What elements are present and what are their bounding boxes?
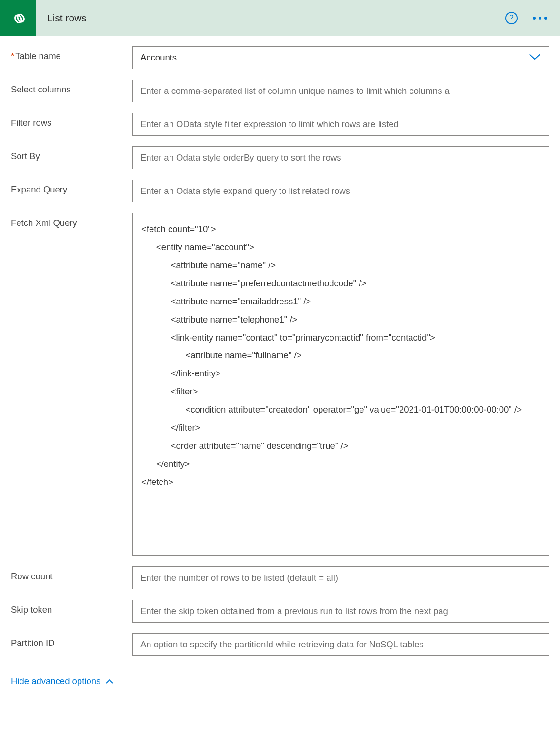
select-columns-input[interactable] [132,80,549,102]
card-title: List rows [47,12,505,24]
row-count-input[interactable] [132,566,549,589]
chevron-down-icon [529,51,541,64]
row-filter-rows: Filter rows [11,113,549,136]
dataverse-icon [0,0,36,36]
skip-token-input[interactable] [132,600,549,623]
label-skip-token: Skip token [11,600,132,615]
header-actions: ? [505,12,550,24]
label-row-count: Row count [11,566,132,582]
hide-advanced-options-toggle[interactable]: Hide advanced options [11,676,114,686]
row-skip-token: Skip token [11,600,549,623]
row-table-name: *Table name Accounts [11,46,549,69]
row-select-columns: Select columns [11,80,549,102]
row-row-count: Row count [11,566,549,589]
label-table-name: *Table name [11,46,132,61]
table-name-value: Accounts [140,51,177,64]
filter-rows-input[interactable] [132,113,549,136]
card-header: List rows ? [0,0,560,36]
toggle-label: Hide advanced options [11,676,100,686]
chevron-up-icon [105,676,114,686]
row-fetch-xml: Fetch Xml Query <fetch count="10"> <enti… [11,213,549,556]
label-sort-by: Sort By [11,146,132,161]
list-rows-card: List rows ? *Table name Accounts [0,0,560,699]
help-icon[interactable]: ? [505,12,518,24]
partition-id-input[interactable] [132,633,549,656]
label-partition-id: Partition ID [11,633,132,648]
label-fetch-xml: Fetch Xml Query [11,213,132,228]
table-name-select[interactable]: Accounts [132,46,549,69]
sort-by-input[interactable] [132,146,549,169]
label-select-columns: Select columns [11,80,132,95]
fetch-xml-query-input[interactable]: <fetch count="10"> <entity name="account… [132,213,549,556]
row-sort-by: Sort By [11,146,549,169]
more-icon[interactable] [530,17,550,20]
expand-query-input[interactable] [132,180,549,202]
card-body: *Table name Accounts Select columns Filt… [0,36,560,699]
row-expand-query: Expand Query [11,180,549,202]
label-expand-query: Expand Query [11,180,132,195]
label-filter-rows: Filter rows [11,113,132,128]
row-partition-id: Partition ID [11,633,549,656]
